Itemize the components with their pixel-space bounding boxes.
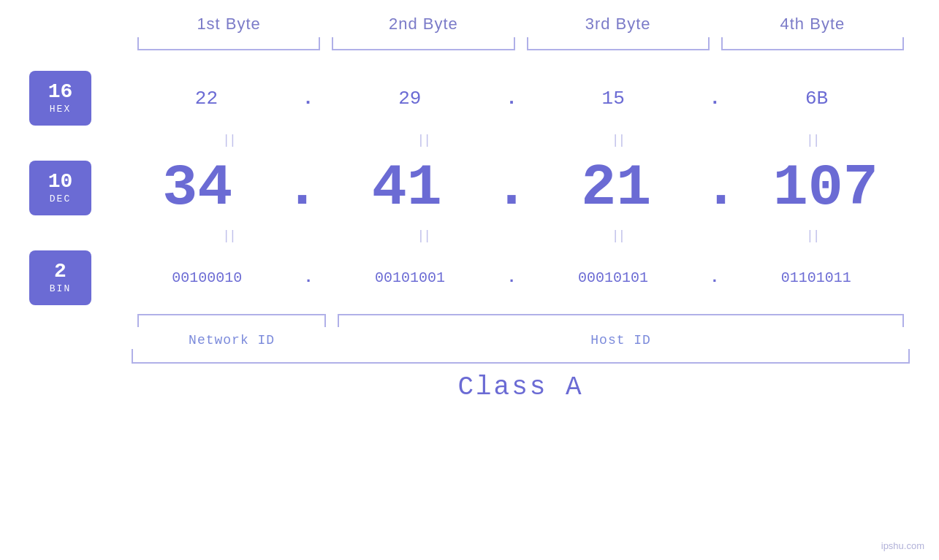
dec-dot-2: . [491, 155, 532, 221]
pipe-row-1: || || || || [29, 133, 910, 147]
pipe-7: || [521, 229, 715, 243]
dec-base-label: DEC [50, 193, 71, 204]
bin-val-1: 00100010 [113, 271, 301, 285]
hex-row: 16 HEX 22 . 29 . 15 . 6B [29, 65, 910, 131]
dec-dot-1: . [281, 155, 322, 221]
host-id-label: Host ID [590, 333, 651, 348]
top-bracket-4 [721, 37, 904, 50]
bottom-bracket-1 [137, 314, 326, 327]
host-id-section: Host ID [332, 333, 910, 348]
pipe-row-2: || || || || [29, 229, 910, 243]
pipe-3: || [521, 133, 715, 147]
dec-val-2: 41 [323, 155, 491, 221]
bin-dot-1: . [301, 269, 316, 287]
bin-dot-3: . [707, 269, 722, 287]
dec-val-4: 107 [742, 155, 910, 221]
dec-values-row: 34 . 41 . 21 . 107 [91, 155, 910, 221]
id-labels-row: Network ID Host ID [29, 333, 910, 348]
class-label: Class A [457, 372, 583, 402]
pipe-1: || [132, 133, 326, 147]
byte-headers-row: 1st Byte 2nd Byte 3rd Byte 4th Byte [29, 15, 910, 34]
bin-row: 2 BIN 00100010 . 00101001 . 00010101 . 0… [29, 245, 910, 311]
hex-val-3: 15 [520, 89, 707, 108]
bin-dot-2: . [503, 269, 519, 287]
hex-val-4: 6B [723, 89, 910, 108]
bottom-bracket-row [29, 314, 910, 327]
dec-val-3: 21 [532, 155, 700, 221]
class-label-row: Class A [29, 372, 910, 402]
top-bracket-3 [527, 37, 710, 50]
pipe-5: || [132, 229, 326, 243]
top-bracket-1 [137, 37, 320, 50]
byte-header-2: 2nd Byte [326, 15, 520, 34]
bin-base-label: BIN [50, 283, 71, 294]
hex-base-label: HEX [50, 104, 71, 115]
hex-dot-2: . [503, 88, 520, 110]
hex-dot-3: . [707, 88, 724, 110]
network-id-label: Network ID [189, 333, 275, 348]
bin-badge: 2 BIN [29, 250, 91, 305]
dec-row: 10 DEC 34 . 41 . 21 . 107 [29, 149, 910, 227]
network-id-section: Network ID [132, 333, 332, 348]
byte-header-1: 1st Byte [132, 15, 326, 34]
top-bracket-row [29, 37, 910, 50]
hex-base-num: 16 [48, 82, 73, 102]
dec-badge: 10 DEC [29, 161, 91, 215]
byte-header-4: 4th Byte [715, 15, 910, 34]
byte-header-3: 3rd Byte [521, 15, 715, 34]
class-line [132, 362, 910, 364]
bin-values-row: 00100010 . 00101001 . 00010101 . 0110101… [91, 269, 910, 287]
bin-val-4: 01101011 [722, 271, 910, 285]
watermark: ipshu.com [881, 540, 924, 551]
dec-dot-3: . [700, 155, 741, 221]
pipe-8: || [715, 229, 910, 243]
bin-base-num: 2 [54, 261, 66, 282]
top-bracket-2 [332, 37, 514, 50]
hex-val-2: 29 [316, 89, 503, 108]
bin-val-2: 00101001 [316, 271, 504, 285]
hex-dot-1: . [300, 88, 317, 110]
bin-val-3: 00010101 [520, 271, 707, 285]
hex-values-row: 22 . 29 . 15 . 6B [91, 88, 910, 110]
dec-val-1: 34 [113, 155, 281, 221]
main-container: 1st Byte 2nd Byte 3rd Byte 4th Byte 16 H… [0, 0, 939, 560]
pipe-2: || [326, 133, 520, 147]
hex-val-1: 22 [113, 89, 300, 108]
bottom-bracket-2-4 [338, 314, 904, 327]
pipe-6: || [326, 229, 520, 243]
pipe-4: || [715, 133, 910, 147]
hex-badge: 16 HEX [29, 71, 91, 126]
dec-base-num: 10 [48, 172, 73, 192]
